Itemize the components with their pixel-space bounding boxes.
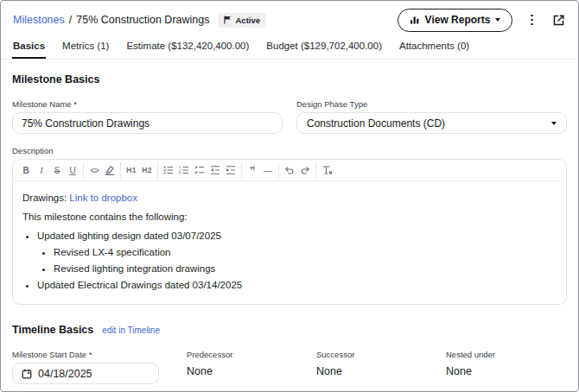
timeline-fields: Milestone Start Date * Predecessor None … [12,350,567,384]
horizontal-rule-icon[interactable]: — [260,162,276,179]
nested-under-label: Nested under [446,350,567,359]
list-item: Revised LX-4 specification [54,247,557,257]
list-item: Updated lighting design dated 03/07/2025 [37,231,557,241]
design-phase-field: Design Phase Type Construction Documents… [296,99,567,134]
nested-under-value: None [446,365,567,377]
checklist-icon[interactable] [192,162,207,179]
tab-basics[interactable]: Basics [12,39,46,59]
indent-icon[interactable] [223,162,239,179]
breadcrumb-separator: / [69,14,72,26]
list-item: Revised lighting integration drawings [54,263,557,274]
page-header: Milestones / 75% Construction Drawings A… [1,1,578,39]
tab-estimate[interactable]: Estimate ($132,420,400.00) [125,39,250,59]
chevron-down-icon [551,122,557,125]
view-reports-label: View Reports [425,14,491,26]
flag-icon [224,16,232,24]
status-badge: Active [218,13,266,28]
main-content: Milestone Basics Milestone Name * Design… [1,60,578,384]
design-phase-selected-value: Construction Documents (CD) [307,117,445,130]
start-date-label: Milestone Start Date * [12,350,187,359]
more-options-icon[interactable] [528,11,536,29]
successor-label: Successor [316,350,446,359]
ordered-list-icon[interactable]: 123 [176,162,192,179]
successor-value: None [316,365,446,377]
bold-icon[interactable]: B [18,162,34,179]
timeline-basics-title: Timeline Basics [12,324,93,336]
milestone-name-field: Milestone Name * [12,99,283,134]
milestone-name-label: Milestone Name * [12,99,283,109]
svg-text:3: 3 [179,171,181,175]
description-bullet-list: Updated lighting design dated 03/07/2025… [22,231,557,290]
blockquote-icon[interactable]: ” [245,162,260,179]
description-line-intro: This milestone contains the following: [22,212,557,222]
strikethrough-icon[interactable]: S [49,162,65,179]
start-date-field: Milestone Start Date * [12,350,187,384]
clear-formatting-icon[interactable] [319,162,334,179]
tab-budget[interactable]: Budget ($129,702,400.00) [265,39,383,59]
rich-text-editor: B I S U <> H1 H2 [12,159,567,305]
description-line-drawings: Drawings: Link to dropbox [22,193,557,203]
view-reports-button[interactable]: View Reports [398,9,513,32]
timeline-basics-section: Timeline Basics edit in Timeline Milesto… [12,324,567,384]
predecessor-label: Predecessor [187,350,316,359]
italic-icon[interactable]: I [34,162,49,179]
header-actions: View Reports [398,9,566,32]
code-icon[interactable]: <> [86,162,102,179]
description-content[interactable]: Drawings: Link to dropbox This milestone… [13,181,566,304]
share-icon[interactable] [551,13,566,28]
successor-field: Successor None [316,350,446,384]
heading2-icon[interactable]: H2 [139,162,155,179]
redo-icon[interactable] [297,162,313,179]
description-field: Description B I S U <> [12,146,567,305]
predecessor-value: None [187,365,316,377]
nested-under-field: Nested under None [446,350,567,384]
tab-attachments[interactable]: Attachments (0) [398,39,470,59]
start-date-input[interactable] [38,368,150,380]
design-phase-select[interactable]: Construction Documents (CD) [296,112,567,134]
highlight-icon[interactable] [102,162,118,179]
start-date-input-wrap[interactable] [12,363,159,384]
calendar-icon [22,369,32,379]
heading1-icon[interactable]: H1 [124,162,139,179]
tab-metrics[interactable]: Metrics (1) [61,39,110,59]
milestone-basics-title: Milestone Basics [12,73,567,85]
underline-icon[interactable]: U [65,162,80,179]
bullet-list-icon[interactable] [161,162,176,179]
bar-chart-icon [410,15,420,25]
description-label: Description [12,146,567,155]
predecessor-field: Predecessor None [187,350,316,384]
milestone-basics-fields: Milestone Name * Design Phase Type Const… [12,99,567,134]
chevron-down-icon [495,18,500,22]
breadcrumb: Milestones / 75% Construction Drawings [13,14,209,26]
design-phase-label: Design Phase Type [296,99,567,109]
milestone-name-input[interactable] [12,112,283,134]
tab-bar: Basics Metrics (1) Estimate ($132,420,40… [1,39,578,60]
milestone-detail-page: Milestones / 75% Construction Drawings A… [0,0,579,392]
edit-in-timeline-link[interactable]: edit in Timeline [102,326,160,335]
outdent-icon[interactable] [207,162,223,179]
breadcrumb-current-milestone: 75% Construction Drawings [76,14,209,26]
status-badge-label: Active [235,16,260,25]
breadcrumb-milestones-link[interactable]: Milestones [13,14,65,26]
list-item: Updated Electrical Drawings dated 03/14/… [37,280,557,290]
dropbox-link[interactable]: Link to dropbox [69,193,137,203]
editor-toolbar: B I S U <> H1 H2 [13,160,566,181]
undo-icon[interactable] [282,162,297,179]
